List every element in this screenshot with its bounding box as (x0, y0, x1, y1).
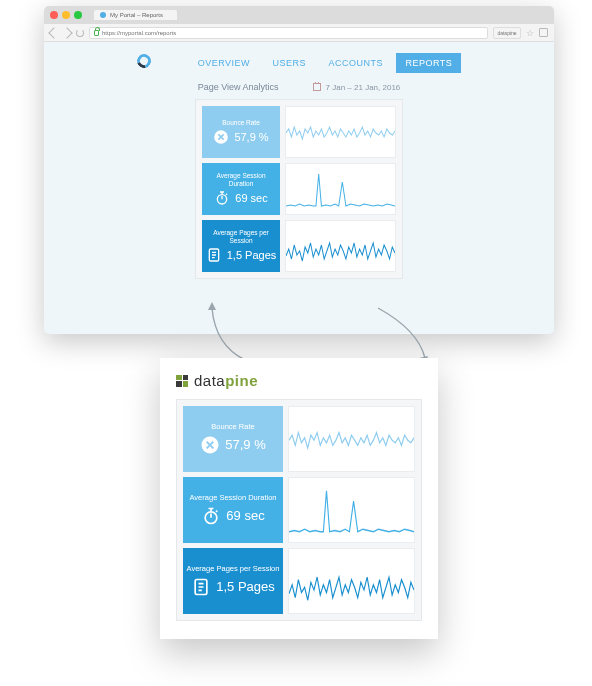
nav-users[interactable]: USERS (264, 53, 316, 73)
metric-tile-session-duration: Average Session Duration 69 sec (183, 477, 283, 543)
lock-icon (94, 30, 99, 36)
metric-tile-bounce-rate: Bounce Rate 57,9 % (202, 106, 280, 158)
embed-panel: datapine Bounce Rate 57,9 % Average Sess… (160, 358, 438, 639)
stopwatch-icon (201, 506, 221, 526)
metric-label: Average Pages per Session (205, 229, 277, 244)
metric-label: Average Session Duration (190, 494, 277, 503)
page-content: OVERVIEW USERS ACCOUNTS REPORTS Page Vie… (44, 42, 554, 334)
metric-tile-session-duration: Average Session Duration 69 sec (202, 163, 280, 215)
browser-toolbar: https://myportal.com/reports datapine ☆ (44, 24, 554, 42)
metric-row: Bounce Rate 57,9 % (202, 106, 396, 158)
minimize-icon[interactable] (62, 11, 70, 19)
sparkline-session-duration (288, 477, 415, 543)
metric-value: 69 sec (235, 192, 267, 204)
page-title: Page View Analytics (198, 82, 279, 92)
browser-window: My Portal – Reports https://myportal.com… (44, 6, 554, 334)
forward-icon[interactable] (61, 27, 72, 38)
sparkline-bounce-rate (288, 406, 415, 472)
date-range-text: 7 Jan – 21 Jan, 2016 (326, 83, 401, 92)
bookmark-icon[interactable]: ☆ (526, 28, 534, 38)
reload-icon[interactable] (76, 29, 84, 37)
datapine-logo: datapine (176, 372, 422, 389)
document-icon (191, 577, 211, 597)
metric-row: Average Session Duration 69 sec (202, 163, 396, 215)
metric-row: Bounce Rate 57,9 % (183, 406, 415, 472)
metric-row: Average Pages per Session 1,5 Pages (183, 548, 415, 614)
date-range-picker[interactable]: 7 Jan – 21 Jan, 2016 (313, 83, 401, 92)
maximize-icon[interactable] (74, 11, 82, 19)
url-text: https://myportal.com/reports (102, 30, 176, 36)
metric-tile-bounce-rate: Bounce Rate 57,9 % (183, 406, 283, 472)
document-icon (206, 247, 222, 263)
metric-label: Bounce Rate (222, 119, 260, 126)
close-icon[interactable] (50, 11, 58, 19)
metric-value: 57,9 % (234, 131, 268, 143)
analytics-card: Bounce Rate 57,9 % Average Session Durat… (195, 99, 403, 279)
datapine-wordmark: datapine (194, 372, 258, 389)
window-titlebar: My Portal – Reports (44, 6, 554, 24)
metric-row: Average Pages per Session 1,5 Pages (202, 220, 396, 272)
sub-header: Page View Analytics 7 Jan – 21 Jan, 2016 (44, 80, 554, 99)
analytics-card: Bounce Rate 57,9 % Average Session Durat… (176, 399, 422, 621)
metric-row: Average Session Duration 69 sec (183, 477, 415, 543)
nav-links: OVERVIEW USERS ACCOUNTS REPORTS (189, 52, 462, 70)
top-nav: OVERVIEW USERS ACCOUNTS REPORTS (44, 42, 554, 80)
back-icon[interactable] (48, 27, 59, 38)
browser-tab[interactable]: My Portal – Reports (94, 10, 177, 20)
calendar-icon (313, 83, 321, 91)
metric-value: 1,5 Pages (227, 249, 277, 261)
x-circle-icon (200, 435, 220, 455)
nav-accounts[interactable]: ACCOUNTS (319, 53, 392, 73)
sparkline-pages-per-session (285, 220, 396, 272)
datapine-mark-icon (176, 375, 188, 387)
metric-label: Average Pages per Session (187, 565, 280, 574)
metric-tile-pages-per-session: Average Pages per Session 1,5 Pages (202, 220, 280, 272)
menu-icon[interactable] (539, 28, 548, 37)
app-logo-icon (134, 51, 153, 70)
metric-value: 69 sec (226, 508, 264, 523)
metric-label: Average Session Duration (205, 172, 277, 187)
metric-value: 57,9 % (225, 437, 265, 452)
stopwatch-icon (214, 190, 230, 206)
sparkline-session-duration (285, 163, 396, 215)
address-bar[interactable]: https://myportal.com/reports (89, 27, 488, 39)
nav-reports[interactable]: REPORTS (396, 53, 461, 73)
metric-value: 1,5 Pages (216, 579, 275, 594)
metric-label: Bounce Rate (211, 423, 254, 432)
nav-overview[interactable]: OVERVIEW (189, 53, 259, 73)
x-circle-icon (213, 129, 229, 145)
metric-tile-pages-per-session: Average Pages per Session 1,5 Pages (183, 548, 283, 614)
sparkline-bounce-rate (285, 106, 396, 158)
sparkline-pages-per-session (288, 548, 415, 614)
extension-button[interactable]: datapine (493, 27, 521, 39)
